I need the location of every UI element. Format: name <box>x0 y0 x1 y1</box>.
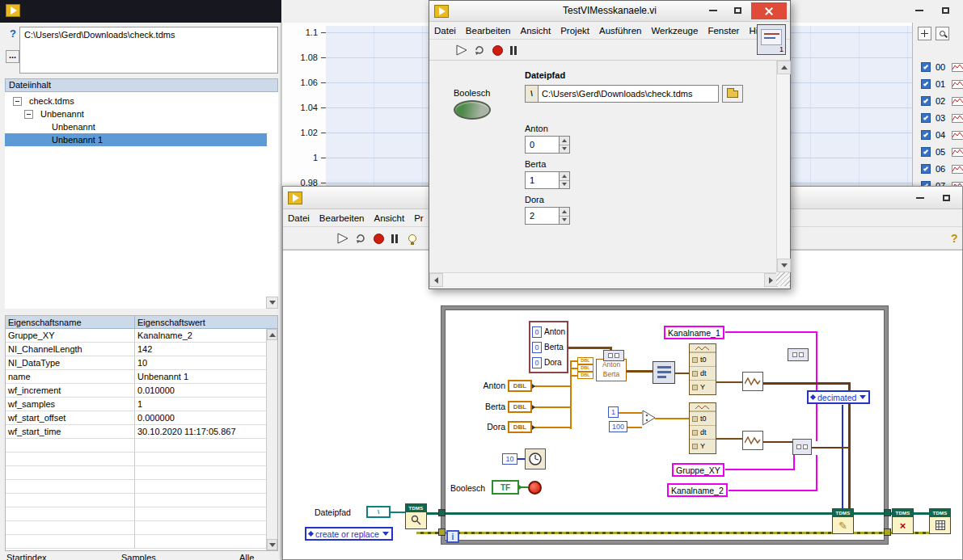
checkbox-checked[interactable] <box>921 96 931 106</box>
abort-button[interactable] <box>372 232 385 245</box>
numeric-constant[interactable]: 10 <box>502 453 517 465</box>
loop-tunnel[interactable] <box>884 509 891 516</box>
scroll-down-button[interactable] <box>777 259 791 272</box>
help-icon[interactable]: ? <box>6 27 19 40</box>
menu-bearbeiten[interactable]: Bearbeiten <box>461 26 516 36</box>
scroll-up-button[interactable] <box>267 329 277 340</box>
numeric-constant[interactable]: 1 <box>608 406 619 418</box>
pause-button[interactable] <box>388 232 401 245</box>
menu-ansicht[interactable]: Ansicht <box>515 26 555 36</box>
tree-item-channel[interactable]: Unbenannt <box>5 120 265 133</box>
property-row[interactable]: name Unbenannt 1 <box>6 370 277 384</box>
vertical-scrollbar[interactable] <box>776 61 790 272</box>
column-header-name[interactable]: Eigenschaftsname <box>6 316 135 328</box>
express-vi-icon[interactable] <box>653 361 675 384</box>
abort-button[interactable] <box>491 44 504 57</box>
plot-style-icon[interactable] <box>952 131 963 140</box>
cluster-constant[interactable]: 0Anton 0Berta 0Dora <box>529 321 568 373</box>
build-waveform-node[interactable]: t0 dt Y <box>689 402 716 454</box>
numeric-constant[interactable]: 0 <box>532 357 542 368</box>
spinner[interactable] <box>559 137 569 153</box>
loop-tunnel[interactable] <box>438 528 446 536</box>
pause-button[interactable] <box>507 44 520 57</box>
array-bundle-node[interactable] <box>603 350 624 361</box>
waveform-indicator-icon[interactable] <box>742 431 763 450</box>
menu-ansicht[interactable]: Ansicht <box>369 213 409 223</box>
minimize-button[interactable] <box>703 3 724 18</box>
maximize-button[interactable] <box>727 3 748 18</box>
checkbox-checked[interactable] <box>921 113 931 123</box>
waveform-indicator-icon[interactable] <box>742 372 763 391</box>
browse-button[interactable]: ... <box>6 50 19 63</box>
tdms-open-node[interactable]: TDMS <box>405 503 427 529</box>
string-constant[interactable]: Kanalname_2 <box>667 483 728 497</box>
build-waveform-node[interactable]: t0 dt Y <box>689 343 716 395</box>
spinner[interactable] <box>559 208 569 224</box>
table-scrollbar[interactable] <box>266 329 277 550</box>
property-row[interactable]: Gruppe_XY Kanalname_2 <box>6 329 277 343</box>
resize-grip[interactable] <box>776 272 790 286</box>
menu-bearbeiten[interactable]: Bearbeiten <box>315 213 370 223</box>
tree-item-file[interactable]: check.tdms <box>5 95 265 107</box>
legend-item[interactable]: 00 <box>913 60 963 74</box>
numeric-constant[interactable]: 0 <box>532 326 542 338</box>
berta-numeric-control[interactable]: 1 <box>525 171 570 189</box>
minimize-button[interactable] <box>909 3 930 18</box>
scroll-left-button[interactable] <box>429 273 443 287</box>
plot-style-icon[interactable] <box>952 114 963 123</box>
window-titlebar[interactable]: TestVIMesskanaele.vi <box>429 1 790 22</box>
legend-item[interactable]: 02 <box>913 94 963 108</box>
run-button[interactable] <box>336 232 349 245</box>
enum-constant-create-or-replace[interactable]: create or replace <box>305 527 393 541</box>
dbl-control-terminal[interactable]: DBL <box>508 380 532 392</box>
string-constant[interactable]: Gruppe_XY <box>672 463 724 477</box>
stop-button-node[interactable] <box>528 481 542 495</box>
menu-werkzeuge[interactable]: Werkzeuge <box>646 26 703 36</box>
vi-icon[interactable]: 1 <box>757 24 786 55</box>
dbl-control-terminal[interactable]: DBL <box>508 421 532 433</box>
browse-button[interactable] <box>722 85 743 103</box>
loop-tunnel[interactable] <box>438 509 446 516</box>
minimize-button[interactable] <box>910 191 931 205</box>
menu-projekt[interactable]: Pr <box>409 213 429 223</box>
menu-projekt[interactable]: Projekt <box>555 26 594 36</box>
menu-ausfuehren[interactable]: Ausführen <box>594 26 646 36</box>
anton-numeric-control[interactable]: 0 <box>525 136 570 154</box>
path-terminal[interactable]: \ <box>366 506 391 518</box>
tdms-file-viewer-node[interactable]: TDMS <box>929 508 951 534</box>
checkbox-checked[interactable] <box>921 130 931 140</box>
tree-item-channel-selected[interactable]: Unbenannt 1 <box>5 133 267 146</box>
close-button[interactable] <box>751 2 787 19</box>
collapse-icon[interactable] <box>24 110 33 119</box>
legend-item[interactable]: 06 <box>913 162 963 176</box>
wait-ms-node[interactable] <box>525 448 546 469</box>
enum-constant-decimated[interactable]: decimated <box>807 390 870 404</box>
array-bundle-node[interactable] <box>788 348 809 361</box>
scroll-down-button[interactable] <box>267 539 277 550</box>
property-row[interactable]: wf_start_time 30.10.2020 11:17:05.867 <box>6 425 277 439</box>
collapse-icon[interactable] <box>13 97 22 106</box>
spinner[interactable] <box>559 172 569 188</box>
tdms-write-node[interactable]: TDMS ✎ <box>832 508 854 534</box>
to-dbl-node[interactable]: DBL <box>577 364 593 372</box>
property-row[interactable]: wf_samples 1 <box>6 398 277 411</box>
checkbox-checked[interactable] <box>921 147 931 157</box>
legend-item[interactable]: 05 <box>913 145 963 159</box>
graph-zoom-tool-icon[interactable] <box>936 27 949 40</box>
numeric-constant[interactable]: 0 <box>532 342 542 353</box>
boolesch-button[interactable] <box>454 100 491 120</box>
menu-datei[interactable]: Datei <box>429 26 461 36</box>
dateipfad-path-control[interactable]: \ C:\Users\Gerd\Downloads\check.tdms <box>525 85 719 103</box>
context-help-icon[interactable]: ? <box>951 232 958 245</box>
loop-tunnel[interactable] <box>884 528 891 536</box>
numeric-constant[interactable]: 100 <box>609 421 627 432</box>
string-constant[interactable]: Kanalname_1 <box>664 326 724 339</box>
bundle-by-name-node[interactable]: Anton Berta <box>596 359 627 381</box>
property-row[interactable]: NI_ChannelLength 142 <box>6 343 277 356</box>
plot-style-icon[interactable] <box>952 63 963 72</box>
tree-item-group[interactable]: Unbenannt <box>5 107 265 120</box>
menu-datei[interactable]: Datei <box>283 213 315 223</box>
legend-item[interactable]: 04 <box>913 128 963 142</box>
horizontal-scrollbar[interactable] <box>429 272 778 286</box>
divide-node[interactable] <box>642 410 657 427</box>
